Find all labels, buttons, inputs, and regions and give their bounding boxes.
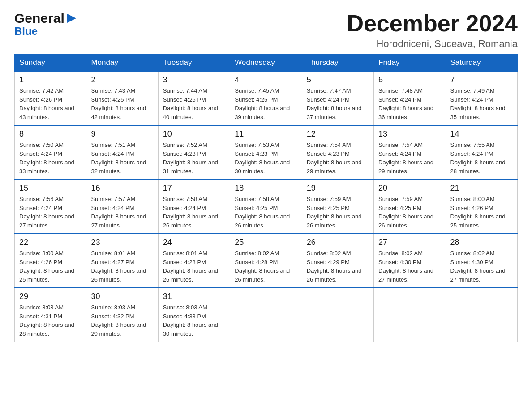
table-row: 25 Sunrise: 8:02 AM Sunset: 4:28 PM Dayl…	[230, 234, 302, 288]
day-number: 12	[307, 129, 369, 139]
table-row: 18 Sunrise: 7:58 AM Sunset: 4:25 PM Dayl…	[230, 180, 302, 234]
table-row: 31 Sunrise: 8:03 AM Sunset: 4:33 PM Dayl…	[158, 288, 230, 342]
logo-blue-text: Blue	[14, 25, 38, 38]
table-row: 16 Sunrise: 7:57 AM Sunset: 4:24 PM Dayl…	[86, 180, 158, 234]
day-info: Sunrise: 8:03 AM Sunset: 4:31 PM Dayligh…	[19, 303, 82, 338]
col-tuesday: Tuesday	[158, 55, 230, 72]
day-number: 17	[163, 184, 225, 193]
day-number: 26	[307, 238, 369, 247]
col-thursday: Thursday	[302, 55, 373, 72]
day-info: Sunrise: 7:49 AM Sunset: 4:24 PM Dayligh…	[450, 86, 513, 121]
day-number: 3	[163, 75, 225, 85]
day-info: Sunrise: 7:53 AM Sunset: 4:23 PM Dayligh…	[235, 141, 297, 176]
page-subtitle: Horodniceni, Suceava, Romania	[347, 38, 518, 50]
week-row-1: 1 Sunrise: 7:42 AM Sunset: 4:26 PM Dayli…	[15, 71, 518, 125]
table-row: 20 Sunrise: 7:59 AM Sunset: 4:25 PM Dayl…	[374, 180, 446, 234]
title-block: December 2024 Horodniceni, Suceava, Roma…	[347, 11, 518, 50]
col-friday: Friday	[374, 55, 446, 72]
week-row-2: 8 Sunrise: 7:50 AM Sunset: 4:24 PM Dayli…	[15, 125, 518, 180]
table-row: 29 Sunrise: 8:03 AM Sunset: 4:31 PM Dayl…	[15, 288, 86, 342]
table-row: 8 Sunrise: 7:50 AM Sunset: 4:24 PM Dayli…	[15, 125, 86, 180]
day-info: Sunrise: 7:56 AM Sunset: 4:24 PM Dayligh…	[19, 195, 82, 230]
table-row: 9 Sunrise: 7:51 AM Sunset: 4:24 PM Dayli…	[86, 125, 158, 180]
day-info: Sunrise: 7:58 AM Sunset: 4:24 PM Dayligh…	[163, 195, 225, 230]
day-number: 31	[163, 292, 225, 301]
col-monday: Monday	[86, 55, 158, 72]
day-info: Sunrise: 8:02 AM Sunset: 4:30 PM Dayligh…	[378, 249, 441, 284]
table-row: 13 Sunrise: 7:54 AM Sunset: 4:24 PM Dayl…	[374, 125, 446, 180]
day-number: 4	[235, 75, 297, 85]
table-row: 14 Sunrise: 7:55 AM Sunset: 4:24 PM Dayl…	[446, 125, 517, 180]
table-row: 11 Sunrise: 7:53 AM Sunset: 4:23 PM Dayl…	[230, 125, 302, 180]
day-number: 24	[163, 238, 225, 247]
day-info: Sunrise: 8:02 AM Sunset: 4:29 PM Dayligh…	[307, 249, 369, 284]
day-info: Sunrise: 7:52 AM Sunset: 4:23 PM Dayligh…	[163, 141, 225, 176]
day-info: Sunrise: 7:45 AM Sunset: 4:25 PM Dayligh…	[235, 86, 297, 121]
table-row: 24 Sunrise: 8:01 AM Sunset: 4:28 PM Dayl…	[158, 234, 230, 288]
day-info: Sunrise: 8:02 AM Sunset: 4:30 PM Dayligh…	[450, 249, 513, 284]
col-saturday: Saturday	[446, 55, 517, 72]
col-wednesday: Wednesday	[230, 55, 302, 72]
table-row: 3 Sunrise: 7:44 AM Sunset: 4:25 PM Dayli…	[158, 71, 230, 125]
day-number: 20	[378, 184, 441, 193]
day-number: 11	[235, 129, 297, 139]
day-info: Sunrise: 8:01 AM Sunset: 4:28 PM Dayligh…	[163, 249, 225, 284]
table-row	[446, 288, 517, 342]
day-info: Sunrise: 8:00 AM Sunset: 4:26 PM Dayligh…	[19, 249, 82, 284]
day-number: 2	[91, 75, 153, 85]
table-row: 27 Sunrise: 8:02 AM Sunset: 4:30 PM Dayl…	[374, 234, 446, 288]
day-info: Sunrise: 7:59 AM Sunset: 4:25 PM Dayligh…	[378, 195, 441, 230]
logo: General Blue	[14, 11, 78, 38]
week-row-4: 22 Sunrise: 8:00 AM Sunset: 4:26 PM Dayl…	[15, 234, 518, 288]
day-number: 1	[19, 75, 82, 85]
table-row	[302, 288, 373, 342]
table-row: 12 Sunrise: 7:54 AM Sunset: 4:23 PM Dayl…	[302, 125, 373, 180]
day-info: Sunrise: 7:54 AM Sunset: 4:23 PM Dayligh…	[307, 141, 369, 176]
table-row: 26 Sunrise: 8:02 AM Sunset: 4:29 PM Dayl…	[302, 234, 373, 288]
day-number: 6	[378, 75, 441, 85]
day-info: Sunrise: 7:55 AM Sunset: 4:24 PM Dayligh…	[450, 141, 513, 176]
table-row: 10 Sunrise: 7:52 AM Sunset: 4:23 PM Dayl…	[158, 125, 230, 180]
table-row: 17 Sunrise: 7:58 AM Sunset: 4:24 PM Dayl…	[158, 180, 230, 234]
logo-triangle-icon	[65, 12, 78, 25]
day-info: Sunrise: 7:57 AM Sunset: 4:24 PM Dayligh…	[91, 195, 153, 230]
day-number: 10	[163, 129, 225, 139]
day-number: 21	[450, 184, 513, 193]
day-number: 28	[450, 238, 513, 247]
table-row: 15 Sunrise: 7:56 AM Sunset: 4:24 PM Dayl…	[15, 180, 86, 234]
week-row-3: 15 Sunrise: 7:56 AM Sunset: 4:24 PM Dayl…	[15, 180, 518, 234]
table-row: 28 Sunrise: 8:02 AM Sunset: 4:30 PM Dayl…	[446, 234, 517, 288]
day-number: 25	[235, 238, 297, 247]
page-title: December 2024	[347, 11, 518, 36]
table-row	[374, 288, 446, 342]
day-number: 15	[19, 184, 82, 193]
table-row: 5 Sunrise: 7:47 AM Sunset: 4:24 PM Dayli…	[302, 71, 373, 125]
day-info: Sunrise: 7:44 AM Sunset: 4:25 PM Dayligh…	[163, 86, 225, 121]
day-number: 23	[91, 238, 153, 247]
day-info: Sunrise: 7:50 AM Sunset: 4:24 PM Dayligh…	[19, 141, 82, 176]
page-header: General Blue December 2024 Horodniceni, …	[14, 11, 518, 50]
week-row-5: 29 Sunrise: 8:03 AM Sunset: 4:31 PM Dayl…	[15, 288, 518, 342]
calendar-header-row: Sunday Monday Tuesday Wednesday Thursday…	[15, 55, 518, 72]
day-info: Sunrise: 8:00 AM Sunset: 4:26 PM Dayligh…	[450, 195, 513, 230]
day-number: 27	[378, 238, 441, 247]
day-number: 5	[307, 75, 369, 85]
logo-general-text: General	[14, 11, 64, 26]
day-info: Sunrise: 7:59 AM Sunset: 4:25 PM Dayligh…	[307, 195, 369, 230]
col-sunday: Sunday	[15, 55, 86, 72]
day-number: 9	[91, 129, 153, 139]
table-row: 22 Sunrise: 8:00 AM Sunset: 4:26 PM Dayl…	[15, 234, 86, 288]
table-row: 4 Sunrise: 7:45 AM Sunset: 4:25 PM Dayli…	[230, 71, 302, 125]
calendar-table: Sunday Monday Tuesday Wednesday Thursday…	[14, 54, 518, 342]
day-info: Sunrise: 7:42 AM Sunset: 4:26 PM Dayligh…	[19, 86, 82, 121]
day-info: Sunrise: 7:54 AM Sunset: 4:24 PM Dayligh…	[378, 141, 441, 176]
day-info: Sunrise: 8:02 AM Sunset: 4:28 PM Dayligh…	[235, 249, 297, 284]
table-row: 30 Sunrise: 8:03 AM Sunset: 4:32 PM Dayl…	[86, 288, 158, 342]
day-info: Sunrise: 8:03 AM Sunset: 4:33 PM Dayligh…	[163, 303, 225, 338]
table-row: 1 Sunrise: 7:42 AM Sunset: 4:26 PM Dayli…	[15, 71, 86, 125]
table-row: 19 Sunrise: 7:59 AM Sunset: 4:25 PM Dayl…	[302, 180, 373, 234]
day-number: 22	[19, 238, 82, 247]
day-info: Sunrise: 8:03 AM Sunset: 4:32 PM Dayligh…	[91, 303, 153, 338]
day-info: Sunrise: 7:48 AM Sunset: 4:24 PM Dayligh…	[378, 86, 441, 121]
day-info: Sunrise: 7:58 AM Sunset: 4:25 PM Dayligh…	[235, 195, 297, 230]
